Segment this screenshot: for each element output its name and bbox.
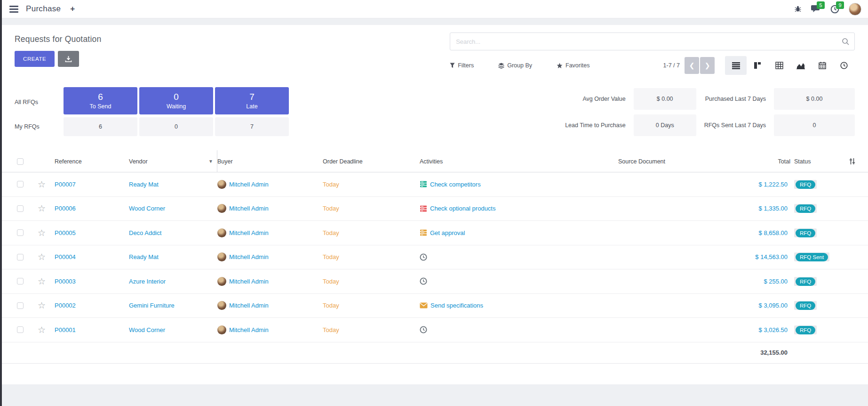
reference-link[interactable]: P00002 (55, 302, 76, 309)
favorite-star-icon[interactable]: ☆ (38, 325, 46, 335)
favorite-star-icon[interactable]: ☆ (38, 252, 46, 262)
status-badge: RFQ (796, 180, 815, 189)
stat-value: 0 Days (634, 114, 696, 136)
pivot-view-button[interactable] (768, 56, 790, 75)
all-rfqs-label: All RFQs (15, 99, 62, 106)
row-checkbox[interactable] (17, 205, 24, 212)
buyer-link[interactable]: Mitchell Admin (229, 326, 269, 333)
column-header-total[interactable]: Total (711, 158, 794, 165)
calendar-view-button[interactable] (812, 56, 833, 75)
activity-cell[interactable] (420, 253, 576, 261)
rfq-table-row[interactable]: ☆ P00005 Deco Addict Mitchell Admin Toda… (2, 221, 868, 245)
group-by-button[interactable]: Group By (498, 62, 532, 69)
activity-cell[interactable]: Send specifications (420, 302, 576, 309)
vendor-link[interactable]: Ready Mat (129, 253, 159, 260)
buyer-link[interactable]: Mitchell Admin (229, 253, 269, 260)
rfq-stat-tile[interactable]: 7Late (215, 87, 289, 114)
column-header-status[interactable]: Status (794, 158, 849, 165)
status-badge: RFQ Sent (796, 253, 828, 261)
search-box[interactable] (450, 32, 855, 50)
activity-cell[interactable] (420, 277, 576, 285)
vendor-link[interactable]: Gemini Furniture (129, 302, 175, 309)
app-name[interactable]: Purchase (26, 4, 61, 14)
rfq-table-row[interactable]: ☆ P00004 Ready Mat Mitchell Admin Today … (2, 245, 868, 270)
row-checkbox[interactable] (17, 302, 24, 309)
reference-link[interactable]: P00003 (55, 278, 76, 285)
debug-bug-icon[interactable] (794, 5, 802, 13)
vendor-link[interactable]: Wood Corner (129, 326, 165, 333)
column-header-activities[interactable]: Activities (420, 158, 576, 165)
buyer-avatar (217, 277, 226, 286)
row-checkbox[interactable] (17, 278, 24, 284)
activity-view-button[interactable] (833, 56, 855, 75)
favorites-button[interactable]: Favorites (557, 62, 589, 69)
favorite-star-icon[interactable]: ☆ (38, 276, 46, 286)
row-checkbox[interactable] (17, 326, 24, 333)
buyer-link[interactable]: Mitchell Admin (229, 205, 269, 212)
rfq-stat-tile[interactable]: 6To Send (64, 87, 137, 114)
total-amount: $ 3,095.00 (711, 302, 794, 309)
column-header-source-document[interactable]: Source Document (576, 158, 711, 165)
buyer-link[interactable]: Mitchell Admin (229, 302, 269, 309)
favorite-star-icon[interactable]: ☆ (38, 203, 46, 213)
buyer-link[interactable]: Mitchell Admin (229, 278, 269, 285)
rfq-table-row[interactable]: ☆ P00006 Wood Corner Mitchell Admin Toda… (2, 197, 868, 221)
messages-icon[interactable]: 5 (811, 5, 821, 13)
create-button[interactable]: CREATE (15, 51, 55, 67)
status-badge: RFQ (796, 326, 815, 334)
pager-next-button[interactable]: ❯ (700, 57, 715, 74)
rfq-table-row[interactable]: ☆ P00002 Gemini Furniture Mitchell Admin… (2, 294, 868, 318)
reference-link[interactable]: P00007 (55, 181, 76, 188)
row-checkbox[interactable] (17, 181, 24, 187)
search-input[interactable] (456, 38, 842, 45)
activity-cell[interactable]: Get approval (420, 229, 576, 236)
buyer-link[interactable]: Mitchell Admin (229, 229, 269, 236)
list-view-button[interactable] (725, 56, 747, 75)
vendor-link[interactable]: Azure Interior (129, 278, 166, 285)
activity-cell[interactable]: Check competitors (420, 180, 576, 188)
rfq-table-row[interactable]: ☆ P00001 Wood Corner Mitchell Admin Toda… (2, 318, 868, 342)
column-header-order-deadline[interactable]: Order Deadline (323, 158, 420, 165)
reference-link[interactable]: P00004 (55, 253, 76, 260)
main-menu-icon[interactable] (9, 6, 18, 13)
vendor-link[interactable]: Wood Corner (129, 205, 165, 212)
activity-cell[interactable]: Check optional products (420, 205, 576, 212)
select-all-checkbox[interactable] (17, 158, 24, 165)
vendor-link[interactable]: Deco Addict (129, 229, 161, 236)
pager-count: 1-7 / 7 (663, 62, 680, 69)
clock-icon (420, 277, 427, 285)
rfq-table-row[interactable]: ☆ P00007 Ready Mat Mitchell Admin Today … (2, 172, 868, 197)
column-header-reference[interactable]: Reference (55, 158, 129, 165)
list-view-icon (732, 62, 740, 69)
filters-button[interactable]: Filters (450, 62, 474, 69)
my-rfq-stat-tile[interactable]: 7 (215, 117, 289, 136)
activities-clock-icon[interactable]: 9 (830, 5, 839, 14)
column-header-buyer[interactable]: Buyer (217, 158, 323, 165)
favorite-star-icon[interactable]: ☆ (38, 300, 46, 310)
column-header-vendor[interactable]: Vendor ▼ (129, 150, 217, 172)
new-tab-button[interactable]: + (68, 4, 77, 14)
buyer-link[interactable]: Mitchell Admin (229, 181, 269, 188)
reference-link[interactable]: P00001 (55, 326, 76, 333)
activity-cell[interactable] (420, 326, 576, 333)
user-avatar[interactable] (849, 3, 861, 16)
my-rfq-stat-tile[interactable]: 6 (64, 117, 137, 136)
favorite-star-icon[interactable]: ☆ (38, 179, 46, 189)
reference-link[interactable]: P00005 (55, 229, 76, 236)
pager-previous-button[interactable]: ❮ (685, 57, 699, 74)
rfq-stat-tile[interactable]: 0Waiting (139, 87, 213, 114)
vendor-link[interactable]: Ready Mat (129, 181, 159, 188)
row-checkbox[interactable] (17, 229, 24, 236)
kanban-view-button[interactable] (747, 56, 768, 75)
tile-value: 6 (98, 92, 103, 103)
rfq-table-row[interactable]: ☆ P00003 Azure Interior Mitchell Admin T… (2, 269, 868, 294)
export-button[interactable] (58, 51, 79, 67)
row-checkbox[interactable] (17, 254, 24, 260)
reference-link[interactable]: P00006 (55, 205, 76, 212)
graph-view-button[interactable] (790, 56, 812, 75)
favorite-star-icon[interactable]: ☆ (38, 228, 46, 238)
optional-columns-button[interactable] (849, 158, 868, 165)
my-rfq-stat-tile[interactable]: 0 (139, 117, 213, 136)
order-deadline: Today (323, 229, 420, 236)
search-icon[interactable] (842, 38, 850, 46)
